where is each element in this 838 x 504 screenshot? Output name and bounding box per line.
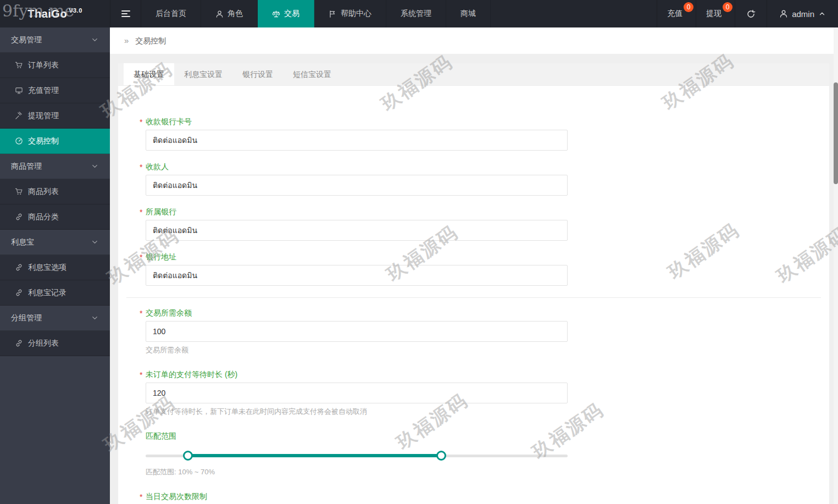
tab-1[interactable]: 利息宝设置 [174, 63, 232, 85]
content-card: 基础设置 利息宝设置 银行设置 短信宝设置 * 收款银行卡号 * 收款人 * 所… [118, 63, 829, 504]
required-asterisk: * [140, 309, 142, 318]
form-item-2: * 所属银行 [146, 207, 821, 241]
field-help-text: 交易所需余额 [146, 346, 821, 354]
chevron-down-icon [91, 238, 99, 246]
slider-selected-range [188, 454, 441, 457]
sidebar-group-0[interactable]: 交易管理 [0, 27, 110, 53]
breadcrumb-chevrons-icon: » [124, 36, 129, 45]
form-divider [126, 297, 821, 298]
tab-3[interactable]: 短信宝设置 [283, 63, 341, 85]
user-icon [779, 9, 788, 18]
sidebar-item-0-1[interactable]: 充值管理 [0, 78, 110, 103]
field-help-text: 匹配范围: 10% ~ 70% [146, 468, 821, 476]
sidebar-item-3-0[interactable]: 分组列表 [0, 331, 110, 356]
cart-icon [15, 61, 23, 69]
board-icon [15, 86, 23, 95]
sidebar-item-2-1[interactable]: 利息宝记录 [0, 280, 110, 306]
form-item-slider: 匹配范围 匹配范围: 10% ~ 70% [146, 431, 821, 476]
nav-item-3[interactable]: 帮助中心 [314, 0, 386, 27]
main-area: » 交易控制 基础设置 利息宝设置 银行设置 短信宝设置 * 收款银行卡号 * … [110, 27, 838, 504]
scrollbar-thumb[interactable] [834, 82, 838, 184]
input-field-5[interactable] [146, 321, 568, 342]
quick-action-0[interactable]: 充值 0 [657, 0, 696, 27]
sidebar-item-1-1[interactable]: 商品分类 [0, 204, 110, 230]
input-field-0[interactable] [146, 130, 568, 151]
form-item-6: * 未订单的支付等待时长 (秒) 订单支付等待时长，新下订单未在此时间内容完成支… [146, 370, 821, 416]
input-field-2[interactable] [146, 220, 568, 241]
top-nav: 后台首页 角色 交易 帮助中心 系统管理 商城 [141, 0, 491, 27]
sidebar-item-0-2[interactable]: 提现管理 [0, 103, 110, 129]
field-help-text: 订单支付等待时长，新下订单未在此时间内容完成支付将会被自动取消 [146, 407, 821, 416]
nav-item-2[interactable]: 交易 [258, 0, 314, 27]
sidebar-group-3[interactable]: 分组管理 [0, 306, 110, 331]
sidebar-group-2[interactable]: 利息宝 [0, 230, 110, 255]
username: admin [792, 9, 814, 19]
caret-up-icon [818, 10, 826, 18]
breadcrumb-title: 交易控制 [135, 36, 166, 45]
input-field-6[interactable] [146, 383, 568, 403]
hamburger-icon [121, 9, 130, 19]
quick-action-1[interactable]: 提现 0 [696, 0, 735, 27]
tab-0[interactable]: 基础设置 [124, 63, 174, 85]
flag-icon [329, 10, 337, 18]
required-asterisk: * [140, 163, 142, 172]
header-actions: 充值 0 提现 0 admin [657, 0, 838, 27]
sidebar-group-1[interactable]: 商品管理 [0, 154, 110, 179]
notification-badge: 0 [684, 2, 693, 12]
form-item-3: * 银行地址 [146, 252, 821, 286]
sidebar-item-0-3[interactable]: 交易控制 [0, 129, 110, 154]
nav-item-4[interactable]: 系统管理 [386, 0, 446, 27]
range-slider [146, 447, 568, 464]
form-item-1: * 收款人 [146, 162, 821, 196]
app-logo: ThaiGo V3.0 [0, 0, 110, 27]
chevron-down-icon [91, 162, 99, 170]
tab-2[interactable]: 银行设置 [232, 63, 283, 85]
required-asterisk: * [140, 492, 142, 502]
sidebar-item-1-0[interactable]: 商品列表 [0, 179, 110, 204]
scales-icon [272, 10, 280, 18]
gavel-icon [15, 112, 23, 120]
nav-item-0[interactable]: 后台首页 [141, 0, 201, 27]
sidebar-item-0-0[interactable]: 订单列表 [0, 53, 110, 78]
input-field-1[interactable] [146, 175, 568, 196]
form-item-8: * 当日交易次数限制 当日交易次数限制 [146, 492, 821, 504]
vertical-scrollbar[interactable] [834, 27, 838, 504]
slider-handle-min[interactable] [183, 451, 193, 461]
user-menu[interactable]: admin [767, 0, 838, 27]
tab-bar: 基础设置 利息宝设置 银行设置 短信宝设置 [118, 63, 829, 86]
form-item-0: * 收款银行卡号 [146, 117, 821, 151]
gauge-icon [15, 137, 23, 145]
chevron-down-icon [91, 36, 99, 44]
logo-version: V3.0 [69, 7, 82, 14]
required-asterisk: * [140, 370, 142, 380]
user-icon [215, 10, 224, 18]
form-item-5: * 交易所需余额 交易所需余额 [146, 308, 821, 354]
menu-toggle-button[interactable] [110, 0, 141, 27]
top-header: ThaiGo V3.0 后台首页 角色 交易 帮助中心 系统管理 商城 充值 0 [0, 0, 838, 27]
input-field-3[interactable] [146, 265, 568, 286]
link-icon [15, 339, 23, 347]
required-asterisk: * [140, 118, 142, 127]
link-icon [15, 263, 23, 272]
required-asterisk: * [140, 253, 142, 262]
app-window: ThaiGo V3.0 后台首页 角色 交易 帮助中心 系统管理 商城 充值 0 [0, 0, 838, 504]
link-icon [15, 213, 23, 221]
chevron-down-icon [91, 314, 99, 322]
sidebar-item-2-0[interactable]: 利息宝选项 [0, 255, 110, 280]
notification-badge: 0 [723, 2, 732, 12]
logo-text: ThaiGo [27, 8, 67, 20]
cart-icon [15, 187, 23, 196]
required-asterisk: * [140, 208, 142, 217]
refresh-icon [746, 9, 756, 19]
refresh-button[interactable] [735, 0, 767, 27]
settings-form: * 收款银行卡号 * 收款人 * 所属银行 * 银行地址 * 交易所需余额 [118, 86, 821, 504]
link-icon [15, 289, 23, 297]
sidebar: 交易管理 订单列表 充值管理 提现管理 交易控制 商品管理 商品列表 商品分类 [0, 27, 110, 504]
nav-item-1[interactable]: 角色 [201, 0, 258, 27]
breadcrumb: » 交易控制 [110, 27, 838, 54]
slider-handle-max[interactable] [436, 451, 446, 461]
nav-item-5[interactable]: 商城 [446, 0, 491, 27]
